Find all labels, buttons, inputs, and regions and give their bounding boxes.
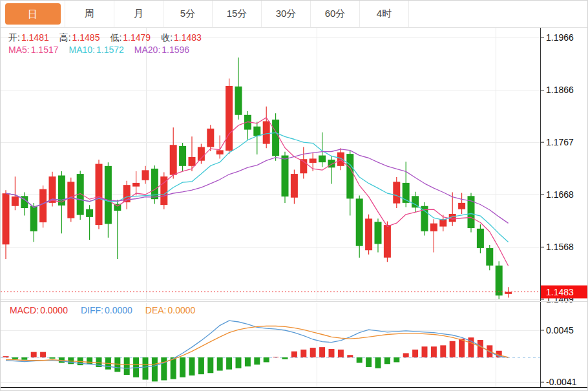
macd-histogram xyxy=(3,337,502,381)
trading-chart-app: 日周月5分15分30分60分4时 开:1.1481高:1.1485低:1.147… xyxy=(0,0,588,391)
tab-15分[interactable]: 15分 xyxy=(213,1,262,27)
main-gridlines xyxy=(1,27,540,302)
tab-4时[interactable]: 4时 xyxy=(360,1,409,27)
main-price-axis: 1.19661.18661.17671.16681.15681.1469 xyxy=(540,27,574,304)
candles-layer xyxy=(3,58,512,299)
tab-月[interactable]: 月 xyxy=(114,1,163,27)
ma-legend: MA5:1.1517MA10:1.1572MA20:1.1596 xyxy=(8,45,189,55)
legend-item: DIFF:0.0000 xyxy=(81,305,132,315)
legend-item: MA20:1.1596 xyxy=(134,45,189,55)
tab-60分[interactable]: 60分 xyxy=(311,1,360,27)
ohlc-legend: 开:1.1481高:1.1485低:1.1479收:1.1483 xyxy=(8,32,202,44)
svg-text:1.1568: 1.1568 xyxy=(546,242,574,252)
tab-5分[interactable]: 5分 xyxy=(163,1,213,27)
legend-item: DEA:0.0000 xyxy=(145,305,196,315)
svg-text:1.1668: 1.1668 xyxy=(546,189,574,200)
legend-item: 高:1.1485 xyxy=(59,32,100,44)
legend-item: MA10:1.1572 xyxy=(69,45,124,55)
tab-active-button[interactable]: 日 xyxy=(5,3,61,25)
candlestick-chart[interactable]: 1.19661.18661.17671.16681.15681.14691.14… xyxy=(1,27,588,302)
legend-item: 低:1.1479 xyxy=(110,32,151,44)
svg-text:-0.0041: -0.0041 xyxy=(546,377,577,387)
svg-text:1.1866: 1.1866 xyxy=(546,85,574,95)
svg-text:1.1483: 1.1483 xyxy=(546,287,574,297)
timeframe-tabs: 日周月5分15分30分60分4时 xyxy=(1,1,588,28)
legend-item: MACD:0.0000 xyxy=(10,305,68,315)
svg-text:1.1966: 1.1966 xyxy=(546,32,574,43)
candlestick-svg[interactable]: 1.19661.18661.17671.16681.15681.14691.14… xyxy=(1,27,588,302)
svg-text:1.1767: 1.1767 xyxy=(546,137,574,147)
panel-divider xyxy=(1,301,588,302)
macd-legend: MACD:0.0000DIFF:0.0000DEA:0.0000 xyxy=(10,305,195,315)
legend-item: MA5:1.1517 xyxy=(8,45,59,55)
tab-日[interactable]: 日 xyxy=(1,1,65,27)
tab-30分[interactable]: 30分 xyxy=(262,1,311,27)
legend-item: 收:1.1483 xyxy=(161,32,202,44)
tab-周[interactable]: 周 xyxy=(65,1,114,27)
svg-text:0.0045: 0.0045 xyxy=(546,325,574,335)
legend-item: 开:1.1481 xyxy=(8,32,49,44)
